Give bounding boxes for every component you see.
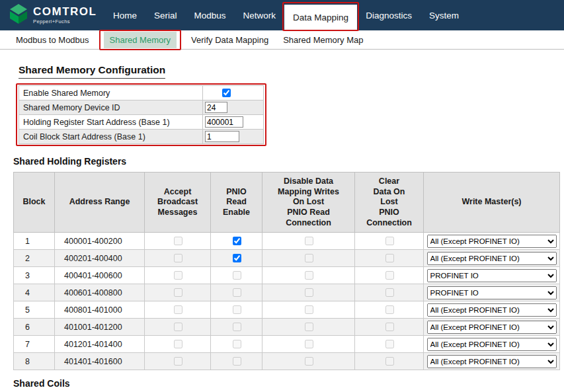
disable-data-mapping-writes-checkbox-cell [262, 336, 355, 353]
column-header-write-master-s: Write Master(s) [424, 173, 560, 233]
write-master-select[interactable]: All (Except PROFINET IO) [427, 303, 557, 317]
coil-block-start-address-base-1-input[interactable] [205, 131, 239, 142]
subnav-item-modbus-to-modbus[interactable]: Modbus to Modbus [16, 35, 89, 45]
address-range-cell: 400001-400200 [55, 233, 145, 250]
accept-broadcast-checkbox [174, 237, 182, 245]
block-cell: 4 [14, 284, 55, 301]
nav-item-serial[interactable]: Serial [145, 0, 186, 30]
nav-item-home[interactable]: Home [104, 0, 145, 30]
clear-data-on-lost-checkbox-cell [355, 319, 424, 336]
config-table: Enable Shared MemoryShared Memory Device… [19, 85, 264, 144]
config-row-holding-register-start-address-base-1: Holding Register Start Address (Base 1) [19, 115, 264, 130]
subnav-item-shared-memory-map[interactable]: Shared Memory Map [283, 35, 363, 45]
accept-broadcast-checkbox [174, 323, 182, 331]
clear-data-on-lost-checkbox [385, 254, 394, 262]
config-value-cell [203, 130, 264, 144]
write-master-select[interactable]: All (Except PROFINET IO) [427, 321, 557, 334]
accept-broadcast-checkbox [174, 288, 182, 297]
pnio-read-enable-checkbox[interactable] [233, 254, 241, 262]
config-label: Shared Memory Device ID [19, 100, 203, 115]
shared-memory-device-id-input[interactable] [205, 102, 227, 113]
sub-navigation-bar: Modbus to ModbusShared MemoryVerify Data… [0, 30, 564, 50]
accept-broadcast-checkbox [174, 357, 182, 366]
config-label: Holding Register Start Address (Base 1) [19, 115, 203, 130]
nav-item-network[interactable]: Network [235, 0, 285, 30]
write-master-cell: PROFINET IO [424, 284, 560, 301]
write-master-select[interactable]: All (Except PROFINET IO) [427, 338, 557, 351]
disable-data-mapping-writes-checkbox [305, 271, 313, 280]
address-range-cell: 400601-400800 [55, 284, 145, 301]
nav-item-system[interactable]: System [421, 0, 467, 30]
accept-broadcast-checkbox-cell [145, 319, 211, 336]
pnio-read-enable-checkbox [233, 288, 241, 297]
write-master-select[interactable]: PROFINET IO [427, 286, 557, 299]
clear-data-on-lost-checkbox-cell [355, 336, 424, 353]
write-master-cell: All (Except PROFINET IO) [424, 250, 560, 267]
disable-data-mapping-writes-checkbox [305, 323, 313, 331]
register-row-3: 3400401-400600PROFINET IO [14, 267, 560, 284]
table-header-row: BlockAddress RangeAccept Broadcast Messa… [14, 173, 560, 233]
write-master-cell: All (Except PROFINET IO) [424, 301, 560, 319]
config-value-cell [203, 115, 264, 130]
accept-broadcast-checkbox-cell [145, 301, 211, 319]
nav-item-modbus[interactable]: Modbus [186, 0, 235, 30]
shared-memory-configuration-form: Enable Shared MemoryShared Memory Device… [19, 85, 264, 144]
block-cell: 3 [14, 267, 55, 284]
pnio-read-enable-checkbox-cell [211, 284, 262, 301]
clear-data-on-lost-checkbox [385, 323, 394, 331]
pnio-read-enable-checkbox [233, 305, 241, 314]
accept-broadcast-checkbox-cell [145, 233, 211, 250]
address-range-cell: 400401-400600 [55, 267, 145, 284]
register-row-1: 1400001-400200All (Except PROFINET IO) [14, 233, 560, 250]
write-master-cell: All (Except PROFINET IO) [424, 319, 560, 336]
accept-broadcast-checkbox [174, 271, 182, 280]
main-content: Shared Memory Configuration Enable Share… [0, 50, 564, 389]
accept-broadcast-checkbox [174, 254, 182, 262]
disable-data-mapping-writes-checkbox-cell [262, 233, 355, 250]
config-value-cell [203, 86, 264, 100]
block-cell: 6 [14, 319, 55, 336]
register-row-7: 7401201-401400All (Except PROFINET IO) [14, 336, 560, 353]
address-range-cell: 401001-401200 [55, 319, 145, 336]
disable-data-mapping-writes-checkbox [305, 305, 313, 314]
write-master-select[interactable]: PROFINET IO [427, 269, 557, 282]
pnio-read-enable-checkbox-cell [211, 250, 262, 267]
nav-item-data-mapping[interactable]: Data Mapping [284, 5, 357, 30]
pnio-read-enable-checkbox-cell [211, 336, 262, 353]
write-master-select[interactable]: All (Except PROFINET IO) [427, 235, 557, 248]
disable-data-mapping-writes-checkbox [305, 254, 313, 262]
block-cell: 8 [14, 353, 55, 370]
pnio-read-enable-checkbox-cell [211, 267, 262, 284]
subnav-item-verify-data-mapping[interactable]: Verify Data Mapping [191, 35, 268, 45]
accept-broadcast-checkbox-cell [145, 353, 211, 370]
write-master-cell: All (Except PROFINET IO) [424, 233, 560, 250]
accept-broadcast-checkbox-cell [145, 267, 211, 284]
register-row-8: 8401401-401600All (Except PROFINET IO) [14, 353, 560, 370]
config-label: Enable Shared Memory [19, 86, 203, 100]
disable-data-mapping-writes-checkbox-cell [262, 319, 355, 336]
accept-broadcast-checkbox [174, 305, 182, 314]
column-header-disable-data-mapping-writes-on-lost-pnio-read-connection: Disable Data Mapping Writes On Lost PNIO… [262, 173, 355, 233]
write-master-select[interactable]: All (Except PROFINET IO) [427, 252, 557, 265]
block-cell: 1 [14, 233, 55, 250]
disable-data-mapping-writes-checkbox [305, 288, 313, 297]
clear-data-on-lost-checkbox-cell [355, 284, 424, 301]
pnio-read-enable-checkbox-cell [211, 353, 262, 370]
disable-data-mapping-writes-checkbox-cell [262, 250, 355, 267]
clear-data-on-lost-checkbox-cell [355, 250, 424, 267]
register-row-5: 5400801-401000All (Except PROFINET IO) [14, 301, 560, 319]
brand-name: COMTROL [33, 6, 97, 17]
holding-register-start-address-base-1-input[interactable] [205, 116, 243, 128]
clear-data-on-lost-checkbox [385, 237, 394, 245]
enable-shared-memory-checkbox[interactable] [222, 89, 231, 97]
register-row-6: 6401001-401200All (Except PROFINET IO) [14, 319, 560, 336]
clear-data-on-lost-checkbox [385, 340, 394, 348]
pnio-read-enable-checkbox[interactable] [233, 237, 241, 245]
nav-item-diagnostics[interactable]: Diagnostics [357, 0, 421, 30]
config-row-shared-memory-device-id: Shared Memory Device ID [19, 100, 264, 115]
subnav-item-shared-memory[interactable]: Shared Memory [104, 32, 177, 48]
annotation-box [99, 30, 181, 50]
write-master-select[interactable]: All (Except PROFINET IO) [427, 355, 557, 368]
column-header-clear-data-on-lost-pnio-connection: Clear Data On Lost PNIO Connection [355, 173, 424, 233]
comtrol-logo-icon [9, 3, 28, 27]
